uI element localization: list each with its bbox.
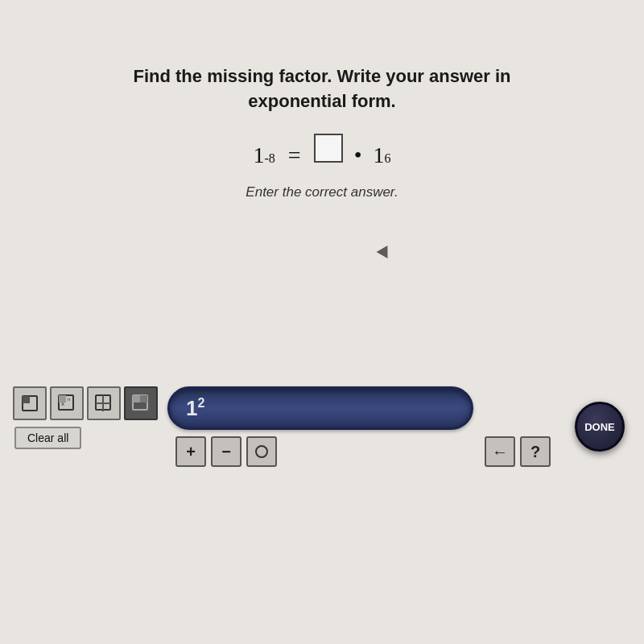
help-button[interactable]: ? [520,436,551,467]
equals-sign: = [288,142,301,168]
input-area-wrapper: 12 + − ← ? [158,386,567,467]
equation-row: 1-8 = • 16 [254,134,391,168]
svg-point-12 [256,446,267,457]
instruction-text: Find the missing factor. Write your answ… [133,64,510,114]
plus-button[interactable]: + [175,436,206,467]
instruction-line2: exponential form. [133,89,510,114]
clear-all-button[interactable]: Clear all [14,427,81,449]
dot-symbol: • [354,142,362,168]
svg-rect-11 [140,395,147,402]
mixed-icon-button[interactable] [87,386,121,420]
cursor-pointer [377,246,394,262]
left-panel: x n [6,386,158,449]
answer-box-inline [314,134,343,163]
answer-input-container[interactable]: 12 [167,386,473,430]
math-toolbar-row: + − ← ? [167,436,567,467]
answer-input-value: 12 [186,396,204,421]
right-math-tools: ← ? [485,436,551,467]
svg-rect-1 [23,396,30,403]
minus-button[interactable]: − [211,436,242,467]
svg-rect-10 [133,395,140,402]
term1: 1-8 [254,142,275,168]
answer-base: 1 [186,396,197,420]
enter-hint: Enter the correct answer. [246,184,398,200]
left-math-tools: + − [175,436,277,467]
answer-superscript: 2 [197,396,204,410]
icon-buttons-row: x n [13,386,158,420]
base2: 1 [373,142,384,168]
done-button[interactable]: DONE [575,402,625,452]
svg-text:x: x [61,400,64,407]
circle-button[interactable] [246,436,277,467]
selected-icon-button[interactable] [124,386,158,420]
base1: 1 [254,142,265,168]
instruction-line1: Find the missing factor. Write your answ… [133,64,510,89]
bottom-toolbar: x n [0,386,644,467]
term2: 16 [373,142,390,168]
fraction-icon-button[interactable] [13,386,47,420]
svg-text:n: n [68,397,70,402]
back-button[interactable]: ← [485,436,515,467]
exponent-icon-button[interactable]: x n [50,386,84,420]
main-content: Find the missing factor. Write your answ… [0,0,644,644]
